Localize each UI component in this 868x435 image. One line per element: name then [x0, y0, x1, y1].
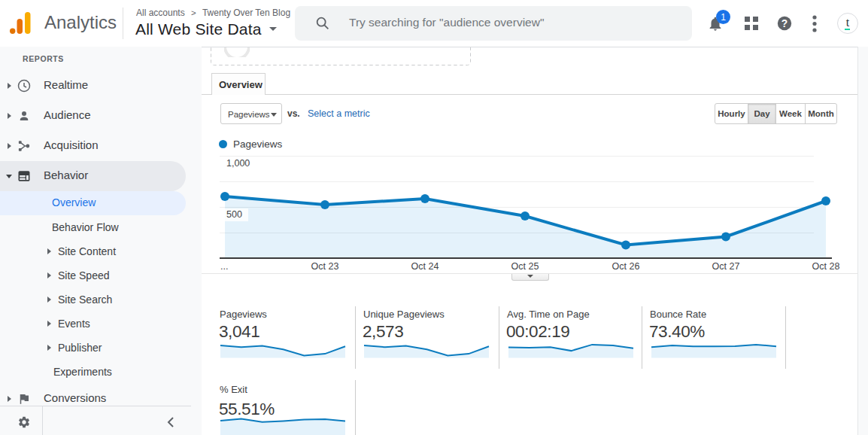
svg-text:Oct 25: Oct 25 [511, 261, 539, 272]
svg-text:1,000: 1,000 [226, 158, 250, 169]
svg-text:...: ... [220, 261, 228, 272]
svg-text:Oct 26: Oct 26 [612, 261, 640, 272]
svg-text:500: 500 [226, 209, 242, 220]
svg-text:Oct 24: Oct 24 [411, 261, 439, 272]
svg-text:Oct 28: Oct 28 [812, 261, 840, 272]
svg-text:Oct 23: Oct 23 [311, 261, 339, 272]
svg-text:?: ? [782, 18, 788, 29]
svg-text:Oct 27: Oct 27 [712, 261, 740, 272]
